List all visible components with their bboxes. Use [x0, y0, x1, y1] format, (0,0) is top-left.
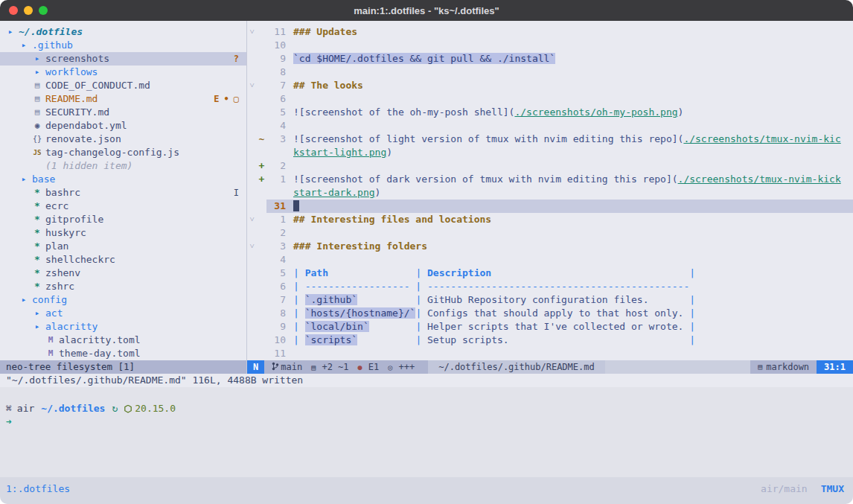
fold-column — [247, 119, 257, 133]
cursor-position: 31:1 — [817, 360, 853, 374]
line-text: ![screenshot of the oh-my-posh shell](./… — [287, 106, 853, 119]
editor-line[interactable]: 9| `local/bin` | Helper scripts that I'v… — [247, 320, 853, 334]
tree-item-workflows[interactable]: ▸workflows — [0, 66, 246, 79]
git-sign — [257, 66, 266, 79]
shell-icon: * — [31, 200, 43, 213]
tree-item-base[interactable]: ▸base — [0, 173, 246, 186]
editor-line[interactable]: start-dark.png) — [247, 186, 853, 200]
git-sign — [257, 39, 266, 52]
editor-line[interactable]: +2 — [247, 159, 853, 173]
editor-line[interactable]: kstart-light.png) — [247, 146, 853, 159]
statusline: N main ▤ +2 ~1 ● E1 ◎ +++ ~/.dotfiles/.g… — [247, 360, 853, 374]
tree-item-screenshots[interactable]: ▸screenshots? — [0, 52, 246, 66]
editor-line[interactable]: 5| Path | Description | — [247, 267, 853, 280]
tree-item-dotfiles[interactable]: ▸~/.dotfiles — [0, 25, 246, 39]
tree-item-label: ~/.dotfiles — [19, 25, 83, 39]
line-number: 6 — [266, 92, 287, 106]
fold-column — [247, 280, 257, 293]
tree-item-label: workflows — [45, 66, 98, 79]
buffer[interactable]: ˅11### Updates109`cd $HOME/.dotfiles && … — [247, 21, 853, 360]
minimize-button[interactable] — [24, 6, 33, 15]
fold-column — [247, 347, 257, 360]
editor-line[interactable]: ˅1## Interesting files and locations — [247, 213, 853, 226]
editor-line[interactable]: ˅3### Interesting folders — [247, 240, 853, 253]
tree-item-label: dependabot.yml — [45, 119, 127, 133]
fullscreen-button[interactable] — [39, 6, 48, 15]
tree-item-shellcheckrc[interactable]: *shellcheckrc — [0, 253, 246, 267]
line-text — [287, 200, 853, 213]
line-number: 3 — [266, 240, 287, 253]
editor-line[interactable]: 6| ------------------ | ----------------… — [247, 280, 853, 293]
cursor-block — [293, 200, 299, 211]
editor-line[interactable]: +1![screenshot of dark version of tmux w… — [247, 173, 853, 186]
editor-line[interactable]: 10 — [247, 39, 853, 52]
tree-item-security-md[interactable]: ▤SECURITY.md — [0, 106, 246, 119]
tree-item-1-hidden-item[interactable]: (1 hidden item) — [0, 159, 246, 173]
editor-line[interactable]: 9`cd $HOME/.dotfiles && git pull && ./in… — [247, 52, 853, 66]
tree-item-tag-changelog-config-js[interactable]: JStag-changelog-config.js — [0, 146, 246, 159]
editor-line[interactable]: ˅7## The looks — [247, 79, 853, 92]
git-diff-stats: +2 ~1 — [322, 362, 348, 372]
tree-item-ecrc[interactable]: *ecrc — [0, 200, 246, 213]
line-text: kstart-light.png) — [287, 146, 853, 159]
git-branch-label: main — [281, 362, 302, 372]
tree-item-github[interactable]: ▸.github — [0, 39, 246, 52]
tmux-label: TMUX — [821, 482, 844, 496]
tree-item-gitprofile[interactable]: *gitprofile — [0, 213, 246, 226]
editor-line[interactable]: ~3![screenshot of light version of tmux … — [247, 133, 853, 146]
tree-item-label: act — [45, 307, 63, 320]
editor-line[interactable]: 8| `hosts/{hostname}/`| Configs that sho… — [247, 307, 853, 320]
git-sign: + — [257, 173, 266, 186]
tmux-window-item[interactable]: 1:.dotfiles — [6, 482, 70, 496]
git-sign — [257, 79, 266, 92]
mode-indicator: N — [247, 360, 264, 374]
statusline-extra-item: ◎ +++ — [388, 360, 415, 374]
editor-line[interactable]: 11 — [247, 347, 853, 360]
tree-item-plan[interactable]: *plan — [0, 240, 246, 253]
tree-item-zshrc[interactable]: *zshrc — [0, 280, 246, 293]
git-sign — [257, 320, 266, 334]
tree-item-huskyrc[interactable]: *huskyrc — [0, 226, 246, 240]
tree-item-alacritty[interactable]: ▸alacritty — [0, 320, 246, 334]
tree-item-code-of-conduct-md[interactable]: ▤CODE_OF_CONDUCT.md — [0, 79, 246, 92]
line-text: | `local/bin` | Helper scripts that I've… — [287, 320, 853, 334]
git-sign — [257, 25, 266, 39]
line-text: ## The looks — [287, 79, 853, 92]
line-number: 31 — [266, 200, 287, 213]
tree-item-zshenv[interactable]: *zshenv — [0, 267, 246, 280]
editor-line[interactable]: 2 — [247, 226, 853, 240]
tree-item-config[interactable]: ▸config — [0, 293, 246, 307]
git-sign: ~ — [257, 133, 266, 146]
tree-item-theme-day-toml[interactable]: Mtheme-day.toml — [0, 347, 246, 360]
shell-area[interactable]: ⌘ air ~/.dotfiles ↻ 20.15.0 ➜ — [0, 387, 853, 477]
tree-item-dependabot-yml[interactable]: ◉dependabot.yml — [0, 119, 246, 133]
fold-marker[interactable]: ˅ — [247, 213, 257, 226]
fold-marker[interactable]: ˅ — [247, 25, 257, 39]
editor-line[interactable]: 4 — [247, 119, 853, 133]
fold-column — [247, 267, 257, 280]
editor-line[interactable]: ˅11### Updates — [247, 25, 853, 39]
tree-item-renovate-json[interactable]: {}renovate.json — [0, 133, 246, 146]
tree-item-alacritty-toml[interactable]: Malacritty.toml — [0, 334, 246, 347]
editor-line[interactable]: 10| `scripts` | Setup scripts. | — [247, 334, 853, 347]
git-branch-item[interactable]: main — [272, 360, 302, 374]
git-sign — [257, 52, 266, 66]
editor-line[interactable]: 7| `.github` | GitHub Repository configu… — [247, 293, 853, 307]
editor-line[interactable]: 8 — [247, 66, 853, 79]
fold-marker[interactable]: ˅ — [247, 240, 257, 253]
tree-item-label: gitprofile — [45, 213, 103, 226]
tree-item-label: alacritty — [45, 320, 98, 334]
editor-line[interactable]: 6 — [247, 92, 853, 106]
tree-item-act[interactable]: ▸act — [0, 307, 246, 320]
tree-item-badges: E•▢ — [214, 92, 246, 106]
tree-item-readme-md[interactable]: ▤README.mdE•▢ — [0, 92, 246, 106]
editor-line[interactable]: 5![screenshot of the oh-my-posh shell](.… — [247, 106, 853, 119]
fold-marker[interactable]: ˅ — [247, 79, 257, 92]
prompt-arrow: ➜ — [6, 416, 12, 427]
line-text: ![screenshot of light version of tmux wi… — [287, 133, 853, 146]
close-button[interactable] — [9, 6, 18, 15]
statusline-filename[interactable]: ~/.dotfiles/.github/README.md — [428, 360, 605, 374]
tree-item-bashrc[interactable]: *bashrcI — [0, 186, 246, 200]
editor-line[interactable]: 4 — [247, 253, 853, 267]
editor-line[interactable]: 31 — [247, 200, 853, 213]
